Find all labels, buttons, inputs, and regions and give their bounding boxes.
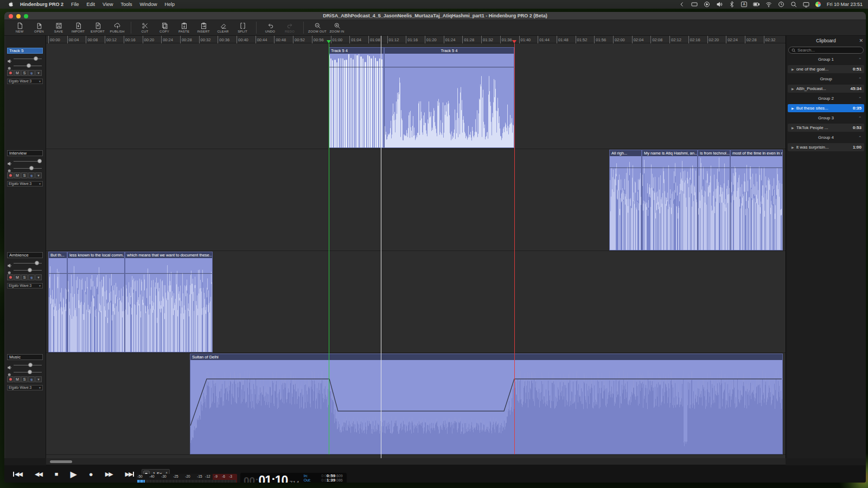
- slider-thumb[interactable]: [27, 63, 31, 68]
- slider-thumb[interactable]: [29, 166, 34, 170]
- clipboard-group-header[interactable]: Group 2⌃: [786, 95, 866, 102]
- track-name[interactable]: Track 5: [7, 48, 43, 54]
- timeline-area[interactable]: 00:0000:0400:0800:1200:1600:2000:2400:28…: [46, 36, 786, 458]
- track-name[interactable]: Music: [7, 354, 43, 360]
- clipboard-item[interactable]: ▶ABh_Podcast...45:34: [788, 85, 864, 93]
- mixer-button[interactable]: t|t: [28, 172, 35, 178]
- out-marker-icon[interactable]: [512, 40, 516, 43]
- clip-interview[interactable]: is from technol...: [698, 150, 730, 251]
- toolbar-button-undo[interactable]: UNDO: [260, 22, 280, 33]
- record-button[interactable]: ●: [88, 470, 93, 478]
- in-marker-icon[interactable]: [327, 40, 331, 43]
- mute-button[interactable]: M: [14, 376, 21, 382]
- solo-button[interactable]: S: [21, 376, 28, 382]
- display-icon[interactable]: [803, 1, 809, 8]
- track-options-dropdown[interactable]: ▼: [35, 376, 42, 382]
- menu-clock[interactable]: Fri 10 Mar 23:51: [827, 2, 863, 7]
- out-point-line[interactable]: [514, 43, 515, 454]
- track-volume-slider[interactable]: [7, 260, 43, 266]
- record-arm-button[interactable]: [7, 274, 14, 280]
- toolbar-button-paste[interactable]: PASTE: [174, 22, 194, 33]
- close-window-button[interactable]: [9, 14, 13, 18]
- track-options-dropdown[interactable]: ▼: [35, 274, 42, 280]
- mute-button[interactable]: M: [14, 172, 21, 178]
- slider-thumb[interactable]: [35, 261, 39, 265]
- toolbar-button-save[interactable]: SAVE: [49, 22, 68, 33]
- clipboard-item[interactable]: ▶one of the goal...0:51: [788, 65, 864, 73]
- chevron-left-icon[interactable]: [679, 1, 685, 8]
- record-arm-button[interactable]: [7, 70, 14, 76]
- mute-button[interactable]: M: [14, 70, 21, 76]
- clip-ambience[interactable]: less known to the local comm...: [67, 252, 125, 352]
- track-options-dropdown[interactable]: ▼: [35, 70, 42, 76]
- toolbar-button-open[interactable]: OPEN: [29, 22, 49, 33]
- toolbar-button-publish[interactable]: PUBLISH: [107, 22, 127, 33]
- track-pan-slider[interactable]: [7, 267, 43, 273]
- collapse-chevron-icon[interactable]: ⌃: [858, 97, 861, 101]
- input-device-dropdown[interactable]: Elgato Wave:3▼: [7, 79, 43, 84]
- expand-arrow-icon[interactable]: ▶: [792, 145, 794, 149]
- minimize-window-button[interactable]: [16, 14, 21, 18]
- track-volume-slider[interactable]: [7, 56, 43, 61]
- track-name[interactable]: Ambience: [7, 252, 43, 258]
- battery-icon[interactable]: [753, 1, 760, 8]
- toolbar-button-copy[interactable]: COPY: [155, 22, 174, 33]
- keyboard-icon[interactable]: [691, 1, 698, 8]
- play-button[interactable]: ▶: [70, 469, 76, 479]
- clip-dense[interactable]: Track 5 4: [329, 47, 384, 148]
- wifi-icon[interactable]: [765, 1, 772, 8]
- solo-button[interactable]: S: [21, 172, 28, 178]
- stop-button[interactable]: ■: [54, 471, 58, 477]
- track-pan-slider[interactable]: [7, 165, 43, 171]
- rewind-button[interactable]: ◀◀: [34, 471, 42, 478]
- track-pan-slider[interactable]: [7, 369, 43, 375]
- menu-item-view[interactable]: View: [103, 2, 113, 7]
- menu-item-window[interactable]: Window: [139, 2, 157, 7]
- slider-thumb[interactable]: [28, 370, 32, 374]
- collapse-chevron-icon[interactable]: ⌃: [858, 77, 861, 81]
- skip-to-end-button[interactable]: ▶▶: [125, 471, 134, 478]
- clip-interview[interactable]: most of the time in even in my acade: [730, 150, 783, 251]
- control-center-icon[interactable]: [815, 2, 821, 7]
- clipboard-item[interactable]: ▶TikTok People ...0:53: [788, 124, 864, 132]
- toolbar-button-zoom-out[interactable]: ZOOM OUT: [308, 22, 327, 33]
- toolbar-button-zoom-in[interactable]: ZOOM IN: [327, 22, 347, 33]
- title-bar[interactable]: DRiSA_ABhPodcast_4_5_JasonNeelis_Murtaza…: [4, 12, 866, 20]
- clip-ambience[interactable]: which means that we want to document the…: [125, 252, 213, 352]
- toolbar-button-clear[interactable]: CLEAR: [213, 22, 233, 33]
- search-icon[interactable]: [790, 1, 797, 8]
- collapse-chevron-icon[interactable]: ⌃: [858, 57, 861, 62]
- expand-arrow-icon[interactable]: ▶: [792, 106, 794, 110]
- active-app-name[interactable]: Hindenburg PRO 2: [20, 2, 63, 7]
- clip-interview[interactable]: My name is Atiq Hashmi, an....: [642, 150, 698, 251]
- track-pan-slider[interactable]: [7, 63, 43, 68]
- clip-music[interactable]: Sultan of Delhi: [190, 354, 783, 454]
- record-arm-button[interactable]: [7, 376, 14, 382]
- input-device-dropdown[interactable]: Elgato Wave:3▼: [7, 181, 43, 187]
- time-machine-icon[interactable]: [778, 1, 784, 8]
- slider-thumb[interactable]: [34, 56, 38, 61]
- horizontal-scrollbar[interactable]: [46, 458, 786, 465]
- toolbar-button-split[interactable]: SPLIT: [233, 22, 252, 33]
- fast-forward-button[interactable]: ▶▶: [105, 471, 113, 478]
- clip-interview[interactable]: All righ...: [609, 150, 642, 251]
- input-device-dropdown[interactable]: Elgato Wave:3▼: [7, 283, 43, 288]
- zoom-window-button[interactable]: [24, 14, 28, 18]
- toolbar-button-cut[interactable]: CUT: [135, 22, 155, 33]
- menu-item-help[interactable]: Help: [164, 2, 175, 7]
- skip-to-start-button[interactable]: ◀◀: [13, 471, 22, 478]
- clipboard-item[interactable]: ▶But these sites...0:35: [788, 104, 864, 112]
- track-volume-slider[interactable]: [7, 158, 43, 164]
- play-circle-icon[interactable]: [704, 1, 710, 8]
- clip-ambience[interactable]: But th...: [48, 252, 67, 352]
- mixer-button[interactable]: t|t: [28, 376, 35, 382]
- slider-thumb[interactable]: [28, 363, 33, 367]
- clipboard-group-header[interactable]: Group 1⌃: [786, 56, 866, 63]
- toolbar-button-import[interactable]: IMPORT: [68, 22, 88, 33]
- collapse-chevron-icon[interactable]: ⌃: [858, 116, 861, 120]
- toolbar-button-export[interactable]: EXPORT: [88, 22, 107, 33]
- apple-menu-icon[interactable]: [8, 1, 14, 8]
- record-arm-button[interactable]: [7, 172, 14, 178]
- clipboard-group-header[interactable]: Group 4⌃: [786, 134, 866, 141]
- toolbar-button-new[interactable]: NEW: [10, 22, 29, 33]
